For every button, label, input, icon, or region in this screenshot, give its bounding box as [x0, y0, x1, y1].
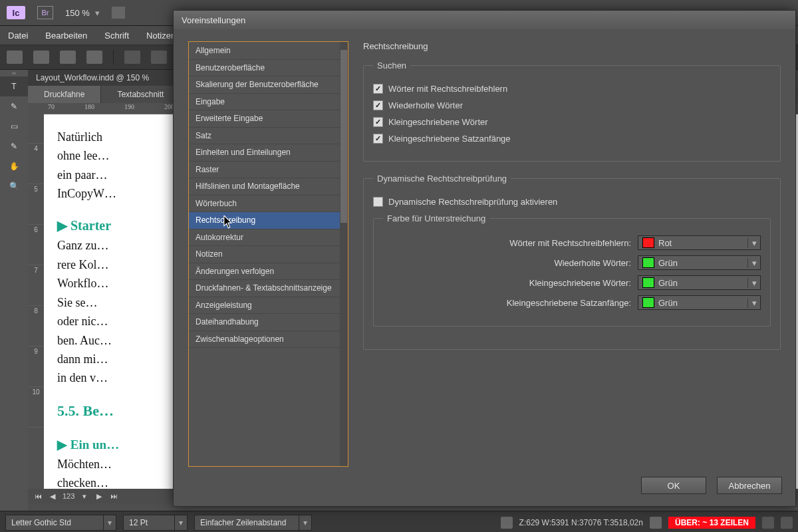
ok-button[interactable]: OK: [641, 477, 706, 494]
checkbox-misspelled[interactable]: [373, 84, 383, 94]
color-combo-uncap-sentences[interactable]: Grün▾: [638, 295, 761, 310]
pref-nav-item[interactable]: Anzeigeleistung: [189, 297, 347, 315]
checkbox-label: Dynamische Rechtschreibprüfung aktiviere…: [388, 197, 557, 207]
bridge-button[interactable]: Br: [37, 6, 53, 19]
zoom-combo[interactable]: 150 % ▾: [65, 8, 100, 18]
status-icon[interactable]: [650, 517, 662, 529]
tab-druckfahne[interactable]: Druckfahne: [28, 86, 101, 103]
dropdown-icon[interactable]: ▾: [80, 492, 89, 501]
dialog-title: Voreinstellungen: [174, 11, 795, 29]
pref-nav-item[interactable]: Autokorrektur: [189, 229, 347, 247]
chevron-down-icon: ▾: [95, 8, 100, 18]
checkbox-label: Kleingeschriebene Satzanfänge: [388, 134, 511, 144]
screenmode-icon[interactable]: [112, 7, 125, 19]
print-icon[interactable]: [86, 51, 102, 64]
menu-datei[interactable]: Datei: [8, 31, 28, 41]
dynamic-spellcheck-group: Dynamische Rechtschreibprüfung Dynamisch…: [363, 174, 781, 350]
pref-nav-item[interactable]: Allgemein: [189, 43, 347, 60]
swatch-icon: [642, 297, 654, 308]
color-combo-uncap-words[interactable]: Grün▾: [638, 275, 761, 290]
last-page-button[interactable]: ⏭: [109, 492, 118, 500]
pref-nav-item[interactable]: Satz: [189, 128, 347, 145]
color-value: Grün: [658, 278, 747, 288]
pref-nav-item[interactable]: Eingabe: [189, 94, 347, 111]
scrollbar-thumb[interactable]: [340, 50, 347, 223]
swatch-icon: [642, 257, 654, 268]
checkbox-label: Wörter mit Rechtschreibfehlern: [388, 84, 507, 94]
pref-nav-item[interactable]: Einheiten und Einteilungen: [189, 144, 347, 162]
note-tool[interactable]: ✎: [0, 96, 28, 116]
fontsize-combo[interactable]: 12 Pt: [123, 515, 175, 531]
swatch-icon: [642, 237, 654, 248]
checkbox-uncapitalized-words[interactable]: [373, 117, 383, 127]
cancel-button[interactable]: Abbrechen: [717, 477, 782, 494]
color-combo-repeated[interactable]: Grün▾: [638, 255, 761, 270]
chevron-down-icon[interactable]: ▾: [175, 515, 188, 531]
checkbox-label: Wiederholte Wörter: [388, 100, 463, 110]
chevron-down-icon[interactable]: ▾: [104, 515, 116, 531]
hand-tool[interactable]: ✋: [0, 156, 28, 176]
menu-schrift[interactable]: Schrift: [104, 31, 129, 41]
zoom-tool[interactable]: 🔍: [0, 176, 28, 196]
eyedropper-tool[interactable]: ✎: [0, 136, 28, 156]
preferences-dialog: Voreinstellungen AllgemeinBenutzeroberfl…: [173, 10, 796, 507]
color-label: Kleingeschriebene Satzanfänge:: [383, 298, 631, 308]
first-page-button[interactable]: ⏮: [33, 492, 43, 500]
group-legend: Dynamische Rechtschreibprüfung: [373, 174, 511, 184]
checkbox-enable-dynamic[interactable]: [373, 197, 383, 207]
chevron-down-icon: ▾: [747, 278, 760, 288]
group-legend: Farbe für Unterstreichung: [383, 213, 489, 223]
pref-nav-item[interactable]: Rechtschreibung: [189, 212, 347, 229]
new-icon[interactable]: [7, 51, 23, 64]
status-icon[interactable]: [781, 517, 793, 529]
pref-nav-item[interactable]: Benutzeroberfläche: [189, 60, 347, 77]
pref-nav-item[interactable]: Hilfslinien und Montagefläche: [189, 178, 347, 196]
pref-nav-item[interactable]: Dateihandhabung: [189, 314, 347, 331]
pref-nav-item[interactable]: Druckfahnen- & Textabschnittsanzeige: [189, 280, 347, 297]
type-tool[interactable]: T: [0, 76, 28, 96]
sparkle-icon[interactable]: [151, 51, 167, 64]
open-icon[interactable]: [33, 51, 49, 64]
menu-bearbeiten[interactable]: Bearbeiten: [45, 31, 87, 41]
pref-nav-item[interactable]: Notizen: [189, 246, 347, 263]
color-combo-misspelled[interactable]: Rot▾: [638, 235, 761, 250]
menu-notizen[interactable]: Notizen: [146, 31, 176, 41]
expand-tools-icon[interactable]: ››: [0, 70, 28, 76]
save-icon[interactable]: [60, 51, 76, 64]
document-tab[interactable]: Layout_Workflow.indd @ 150 %: [28, 70, 190, 86]
scrollbar[interactable]: [340, 42, 348, 466]
status-icon[interactable]: [501, 517, 513, 529]
color-value: Grün: [658, 258, 747, 268]
color-value: Grün: [658, 298, 747, 308]
panel-title: Rechtschreibung: [363, 41, 781, 51]
color-label: Wiederholte Wörter:: [383, 258, 631, 268]
pref-nav-item[interactable]: Änderungen verfolgen: [189, 263, 347, 281]
underline-color-group: Farbe für Unterstreichung Wörter mit Rec…: [373, 213, 771, 327]
checkbox-repeated[interactable]: [373, 100, 383, 110]
font-combo[interactable]: Letter Gothic Std: [5, 515, 104, 531]
chevron-down-icon: ▾: [747, 238, 760, 248]
overflow-badge: ÜBER: ~ 13 ZEILEN: [668, 517, 755, 529]
pref-nav-item[interactable]: Skalierung der Benutzeroberfläche: [189, 76, 347, 94]
leading-combo[interactable]: Einfacher Zeilenabstand: [194, 515, 299, 531]
search-icon[interactable]: [124, 51, 140, 64]
group-legend: Suchen: [373, 61, 410, 70]
chevron-down-icon: ▾: [747, 298, 760, 308]
zoom-value: 150 %: [65, 8, 90, 18]
pref-nav-item[interactable]: Wörterbuch: [189, 196, 347, 213]
pref-nav-item[interactable]: Erweiterte Eingabe: [189, 110, 347, 128]
position-tool[interactable]: ▭: [0, 116, 28, 136]
checkbox-label: Kleingeschriebene Wörter: [388, 117, 488, 127]
pref-nav-item[interactable]: Raster: [189, 162, 347, 179]
chevron-down-icon[interactable]: ▾: [299, 515, 312, 531]
pref-nav-item[interactable]: Zwischenablageoptionen: [189, 331, 347, 348]
separator: [113, 50, 114, 65]
status-icon[interactable]: [762, 517, 774, 529]
color-value: Rot: [658, 238, 747, 248]
prev-page-button[interactable]: ◀: [48, 492, 57, 501]
app-logo: Ic: [7, 6, 25, 19]
checkbox-uncapitalized-sentences[interactable]: [373, 134, 383, 144]
next-page-button[interactable]: ▶: [94, 492, 104, 501]
page-number[interactable]: 123: [63, 492, 74, 500]
tab-textabschnitt[interactable]: Textabschnitt: [101, 86, 180, 103]
